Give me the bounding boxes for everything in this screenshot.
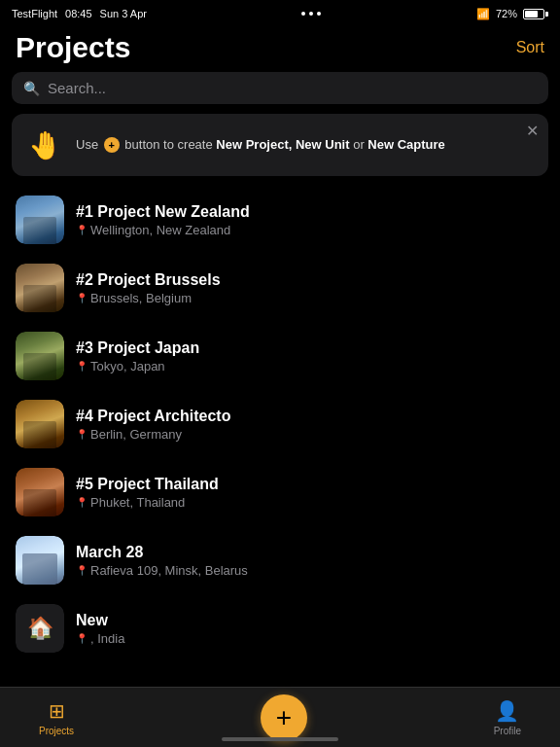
projects-tab-label: Projects [39, 726, 74, 736]
location-pin-icon: 📍 [76, 293, 88, 303]
hand-icon: 🤚 [28, 129, 62, 161]
project-name: March 28 [76, 544, 544, 561]
project-info: March 28 📍 Rafieva 109, Minsk, Belarus [76, 544, 544, 578]
page-header: Projects Sort [0, 27, 560, 72]
list-item[interactable]: Role play 📍 F Street 1426, 95814 Sacrame… [0, 662, 560, 672]
project-thumbnail [16, 468, 64, 516]
battery-icon [523, 9, 548, 19]
list-item[interactable]: #4 Project Architecto 📍 Berlin, Germany [0, 390, 560, 458]
location-text: , India [90, 631, 124, 646]
location-text: Tokyo, Japan [90, 359, 165, 374]
project-location: 📍 Phuket, Thailand [76, 495, 544, 510]
dot2 [309, 12, 313, 16]
project-location: 📍 Berlin, Germany [76, 427, 544, 442]
dot1 [301, 12, 305, 16]
add-button[interactable]: + [261, 694, 307, 741]
status-left: TestFlight 08:45 Sun 3 Apr [12, 8, 147, 19]
project-info: New 📍 , India [76, 612, 544, 646]
search-bar[interactable]: 🔍 Search... [12, 72, 548, 104]
project-name: #3 Project Japan [76, 339, 544, 357]
wifi-icon: 📶 [476, 8, 490, 20]
location-text: Rafieva 109, Minsk, Belarus [90, 563, 248, 578]
banner-icon: 🤚 [23, 124, 66, 166]
list-item[interactable]: March 28 📍 Rafieva 109, Minsk, Belarus [0, 526, 560, 594]
location-pin-icon: 📍 [76, 225, 88, 235]
add-icon: + [276, 702, 292, 733]
page-title: Projects [16, 31, 130, 64]
list-item[interactable]: 🏠 New 📍 , India [0, 594, 560, 662]
house-icon: 🏠 [27, 616, 53, 641]
project-location: 📍 , India [76, 631, 544, 646]
project-thumbnail [16, 400, 64, 448]
project-name: #5 Project Thailand [76, 476, 544, 493]
project-info: #2 Project Brussels 📍 Brussels, Belgium [76, 271, 544, 305]
help-banner: 🤚 Use + button to create New Project, Ne… [12, 114, 548, 176]
sort-button[interactable]: Sort [516, 39, 544, 56]
battery-percent: 72% [496, 8, 517, 19]
search-input[interactable]: Search... [48, 80, 106, 96]
tab-profile[interactable]: 👤 Profile [494, 699, 521, 736]
project-thumbnail: 🏠 [16, 604, 64, 653]
location-pin-icon: 📍 [76, 361, 88, 372]
banner-text: Use + button to create New Project, New … [76, 136, 539, 154]
location-pin-icon: 📍 [76, 633, 88, 644]
status-bar: TestFlight 08:45 Sun 3 Apr 📶 72% [0, 0, 560, 27]
project-thumbnail [16, 332, 64, 380]
location-text: Phuket, Thailand [90, 495, 185, 510]
list-item[interactable]: #2 Project Brussels 📍 Brussels, Belgium [0, 254, 560, 322]
project-info: #5 Project Thailand 📍 Phuket, Thailand [76, 476, 544, 510]
list-item[interactable]: #1 Project New Zealand 📍 Wellington, New… [0, 186, 560, 254]
status-right: 📶 72% [476, 8, 548, 20]
project-location: 📍 Rafieva 109, Minsk, Belarus [76, 563, 544, 578]
status-time: 08:45 [65, 8, 92, 19]
project-name: New [76, 612, 544, 629]
location-text: Brussels, Belgium [90, 291, 192, 305]
project-name: #2 Project Brussels [76, 271, 544, 289]
location-text: Wellington, New Zealand [90, 223, 230, 237]
tab-projects[interactable]: ⊞ Projects [39, 699, 74, 736]
project-info: #4 Project Architecto 📍 Berlin, Germany [76, 408, 544, 442]
project-thumbnail [16, 264, 64, 312]
project-info: #3 Project Japan 📍 Tokyo, Japan [76, 339, 544, 374]
profile-tab-icon: 👤 [495, 699, 519, 723]
profile-tab-label: Profile [494, 726, 521, 736]
close-banner-button[interactable]: ✕ [526, 122, 539, 140]
project-thumbnail [16, 196, 64, 244]
list-item[interactable]: #5 Project Thailand 📍 Phuket, Thailand [0, 458, 560, 526]
project-list: #1 Project New Zealand 📍 Wellington, New… [0, 186, 560, 672]
project-location: 📍 Tokyo, Japan [76, 359, 544, 374]
location-pin-icon: 📍 [76, 497, 88, 508]
project-location: 📍 Wellington, New Zealand [76, 223, 544, 237]
app-name: TestFlight [12, 8, 57, 19]
plus-circle-icon: + [104, 137, 120, 153]
status-center [301, 12, 321, 16]
project-name: #4 Project Architecto [76, 408, 544, 425]
home-indicator [222, 737, 338, 741]
project-thumbnail [16, 536, 64, 585]
location-text: Berlin, Germany [90, 427, 182, 442]
location-pin-icon: 📍 [76, 429, 88, 440]
projects-tab-icon: ⊞ [49, 699, 65, 723]
project-info: #1 Project New Zealand 📍 Wellington, New… [76, 203, 544, 237]
location-pin-icon: 📍 [76, 565, 88, 576]
search-icon: 🔍 [23, 81, 40, 96]
status-date: Sun 3 Apr [100, 8, 147, 19]
project-location: 📍 Brussels, Belgium [76, 291, 544, 305]
dot3 [317, 12, 321, 16]
list-item[interactable]: #3 Project Japan 📍 Tokyo, Japan [0, 322, 560, 390]
project-name: #1 Project New Zealand [76, 203, 544, 221]
